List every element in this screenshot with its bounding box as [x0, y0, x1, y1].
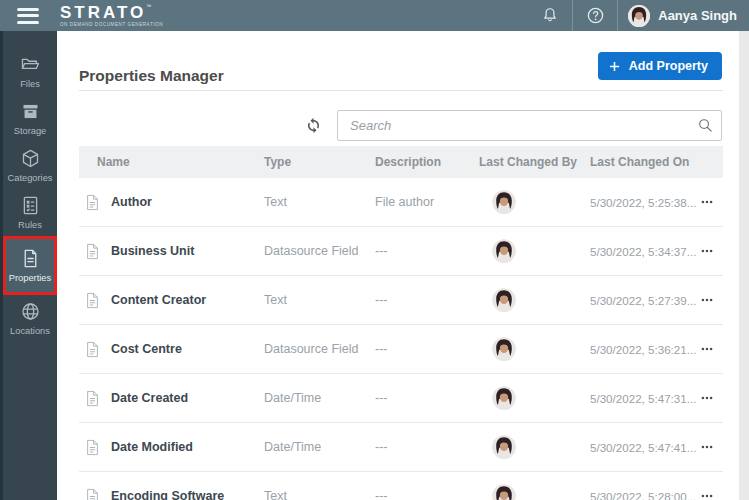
- last-changed-on: 5/30/2022, 5:47:41...: [590, 441, 698, 454]
- folder-open-icon: [20, 54, 41, 75]
- property-type: Text: [264, 293, 375, 307]
- last-changed-by-avatar: [492, 239, 516, 263]
- sidebar-item-rules[interactable]: Rules: [3, 189, 57, 236]
- ellipsis-menu-icon[interactable]: [700, 342, 714, 356]
- ellipsis-menu-icon[interactable]: [700, 244, 714, 258]
- last-changed-on: 5/30/2022, 5:47:31...: [590, 392, 698, 405]
- property-description: ---: [375, 342, 479, 356]
- storage-box-icon: [20, 101, 41, 122]
- table-body: Author Text File author 5/30/2022, 5:25:…: [79, 178, 723, 500]
- magnifier-icon[interactable]: [697, 117, 714, 134]
- user-profile[interactable]: Aanya Singh: [618, 0, 749, 31]
- property-type: Datasource Field: [264, 244, 375, 258]
- ellipsis-menu-icon[interactable]: [700, 489, 714, 500]
- topbar-actions: Aanya Singh: [528, 0, 749, 31]
- hamburger-menu-icon[interactable]: [17, 8, 39, 24]
- document-icon: [85, 439, 100, 456]
- property-name: Date Modified: [105, 440, 264, 454]
- last-changed-on: 5/30/2022, 5:36:21...: [590, 343, 698, 356]
- content-area: Properties Manager Add Property: [79, 31, 723, 500]
- sidebar-item-locations[interactable]: Locations: [3, 295, 57, 342]
- table-row-author[interactable]: Author Text File author 5/30/2022, 5:25:…: [79, 178, 723, 227]
- notifications-button[interactable]: [528, 0, 572, 31]
- add-property-label: Add Property: [629, 59, 708, 73]
- property-name: Author: [105, 195, 264, 209]
- refresh-icon[interactable]: [304, 116, 323, 135]
- help-icon: [586, 6, 605, 25]
- sidebar-item-label: Categories: [8, 173, 53, 183]
- document-icon: [85, 488, 100, 500]
- globe-icon: [20, 301, 41, 322]
- ellipsis-menu-icon[interactable]: [700, 195, 714, 209]
- table-row-content-creator[interactable]: Content Creator Text --- 5/30/2022, 5:27…: [79, 276, 723, 325]
- property-description: ---: [375, 244, 479, 258]
- table-row-cost-centre[interactable]: Cost Centre Datasource Field --- 5/30/20…: [79, 325, 723, 374]
- brand-name: STRATO: [60, 3, 146, 22]
- bell-icon: [541, 6, 559, 25]
- property-name: Date Created: [105, 391, 264, 405]
- last-changed-on: 5/30/2022, 5:25:38...: [590, 196, 698, 209]
- table-row-date-modified[interactable]: Date Modified Date/Time --- 5/30/2022, 5…: [79, 423, 723, 472]
- property-description: ---: [375, 489, 479, 500]
- table-header: Name Type Description Last Changed By La…: [79, 146, 723, 178]
- sidebar-item-categories[interactable]: Categories: [3, 142, 57, 189]
- user-name: Aanya Singh: [658, 8, 737, 23]
- last-changed-by-avatar: [492, 435, 516, 459]
- ellipsis-menu-icon[interactable]: [700, 391, 714, 405]
- property-name: Cost Centre: [105, 342, 264, 356]
- table-toolbar: [304, 110, 722, 141]
- property-type: Text: [264, 489, 375, 500]
- search-box: [337, 110, 722, 141]
- column-header-last-changed-by[interactable]: Last Changed By: [479, 155, 590, 169]
- brand-tagline: On Demand Document Generation: [60, 23, 163, 28]
- table-row-date-created[interactable]: Date Created Date/Time --- 5/30/2022, 5:…: [79, 374, 723, 423]
- column-header-name[interactable]: Name: [97, 155, 264, 169]
- app-window: STRATO™ On Demand Document Generation: [0, 0, 749, 500]
- last-changed-by-avatar: [492, 288, 516, 312]
- header-divider: [79, 90, 723, 91]
- user-avatar: [628, 5, 650, 27]
- property-type: Datasource Field: [264, 342, 375, 356]
- sidebar-item-label: Files: [20, 79, 40, 89]
- property-name: Business Unit: [105, 244, 264, 258]
- rules-list-icon: [20, 195, 41, 216]
- sidebar-nav: Files Storage Categories Rules: [0, 31, 57, 500]
- table-row-business-unit[interactable]: Business Unit Datasource Field --- 5/30/…: [79, 227, 723, 276]
- scrollbar-track[interactable]: [739, 31, 749, 500]
- page-title: Properties Manager: [79, 67, 224, 85]
- property-name: Content Creator: [105, 293, 264, 307]
- last-changed-by-avatar: [492, 190, 516, 214]
- ellipsis-menu-icon[interactable]: [700, 293, 714, 307]
- main-panel: Properties Manager Add Property: [57, 31, 749, 500]
- property-type: Date/Time: [264, 391, 375, 405]
- property-description: ---: [375, 293, 479, 307]
- last-changed-on: 5/30/2022, 5:34:37...: [590, 245, 698, 258]
- property-type: Text: [264, 195, 375, 209]
- property-name: Encoding Software: [105, 489, 264, 500]
- sidebar-item-storage[interactable]: Storage: [3, 95, 57, 142]
- column-header-type[interactable]: Type: [264, 155, 375, 169]
- property-type: Date/Time: [264, 440, 375, 454]
- last-changed-by-avatar: [492, 386, 516, 410]
- sidebar-item-properties[interactable]: Properties: [3, 236, 57, 295]
- plus-icon: [608, 60, 621, 73]
- column-header-last-changed-on[interactable]: Last Changed On: [590, 155, 698, 169]
- property-description: File author: [375, 195, 479, 209]
- table-row-encoding-software[interactable]: Encoding Software Text --- 5/30/2022, 5:…: [79, 472, 723, 500]
- add-property-button[interactable]: Add Property: [598, 52, 722, 80]
- last-changed-by-avatar: [492, 337, 516, 361]
- document-icon: [85, 292, 100, 309]
- sidebar-item-files[interactable]: Files: [3, 48, 57, 95]
- help-button[interactable]: [573, 0, 617, 31]
- search-input[interactable]: [337, 110, 722, 141]
- cube-icon: [20, 148, 41, 169]
- top-bar: STRATO™ On Demand Document Generation: [0, 0, 749, 31]
- document-icon: [20, 248, 41, 269]
- ellipsis-menu-icon[interactable]: [700, 440, 714, 454]
- brand-trademark: ™: [146, 3, 151, 9]
- document-icon: [85, 243, 100, 260]
- column-header-description[interactable]: Description: [375, 155, 479, 169]
- sidebar-item-label: Properties: [9, 273, 51, 283]
- last-changed-by-avatar: [492, 484, 516, 500]
- document-icon: [85, 341, 100, 358]
